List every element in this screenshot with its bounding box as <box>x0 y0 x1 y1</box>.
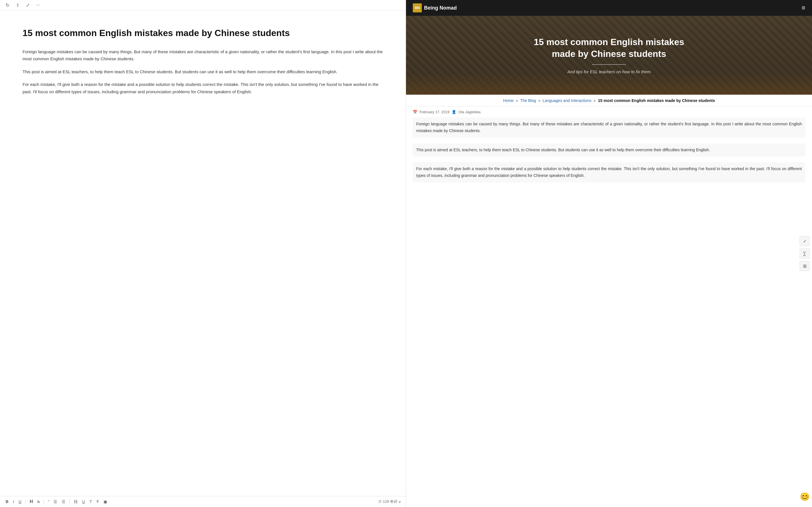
breadcrumb: Home » The Blog » Languages and Interact… <box>413 98 805 103</box>
code-button[interactable]: T <box>88 499 93 504</box>
hamburger-menu-icon[interactable]: ≡ <box>802 4 805 11</box>
side-icons-panel: ✓ ∑ ⊞ <box>797 234 812 273</box>
refresh-icon[interactable]: ↻ <box>4 2 10 8</box>
bold-button[interactable]: B <box>4 499 10 504</box>
heading2-button[interactable]: h <box>36 499 41 504</box>
hero-title: 15 most common English mistakes made by … <box>524 36 694 60</box>
floating-emoji[interactable]: 😊 <box>800 492 810 501</box>
editor-body[interactable]: Foreign language mistakes can be caused … <box>22 48 383 96</box>
heading1-button[interactable]: H <box>29 499 34 505</box>
breadcrumb-sep-1: » <box>516 98 518 103</box>
expand-icon[interactable]: ⤢ <box>25 2 31 8</box>
post-meta: 📅 February 17, 2019 👤 Ola Jagielska <box>406 107 812 117</box>
check-icon-button[interactable]: ✓ <box>800 236 810 246</box>
breadcrumb-bar: Home » The Blog » Languages and Interact… <box>406 95 812 107</box>
editor-title: 15 most common English mistakes made by … <box>22 27 383 39</box>
author-icon: 👤 <box>452 110 456 114</box>
breadcrumb-category[interactable]: Languages and Interactions <box>543 98 592 103</box>
pencils-decoration <box>406 72 812 95</box>
word-count-value: 129 单词 <box>383 499 397 504</box>
quote-button[interactable]: “ <box>47 499 50 504</box>
word-count-area: ⏱ 129 单词 ∨ <box>378 499 401 504</box>
breadcrumb-sep-2: » <box>538 98 541 103</box>
toolbar-divider-2 <box>44 499 44 504</box>
breadcrumb-blog[interactable]: The Blog <box>520 98 536 103</box>
post-content: Foreign language mistakes can be caused … <box>406 117 812 200</box>
editor-content[interactable]: 15 most common English mistakes made by … <box>0 10 406 496</box>
blog-preview-panel: BN Being Nomad ≡ 15 most common English … <box>406 0 812 507</box>
post-date: February 17, 2019 <box>419 110 449 114</box>
hero-section: 15 most common English mistakes made by … <box>406 16 812 95</box>
breadcrumb-home[interactable]: Home <box>503 98 513 103</box>
link-button[interactable]: ⛓ <box>72 499 79 504</box>
italic-button[interactable]: I <box>12 499 15 504</box>
word-count-chevron[interactable]: ∨ <box>398 500 401 504</box>
strikethrough-button[interactable]: T <box>95 499 100 504</box>
ol-button[interactable]: ☰ <box>61 499 66 504</box>
share-icon[interactable]: ⇧ <box>15 2 20 8</box>
blog-paragraph-1: Foreign language mistakes can be caused … <box>413 117 805 138</box>
hero-subtitle: And tips for ESL teachers on how to fix … <box>567 69 651 74</box>
blog-nav: BN Being Nomad ≡ <box>406 0 812 16</box>
underline2-button[interactable]: U <box>81 499 86 504</box>
editor-toolbar-bottom: B I U H h “ ☰ ☰ ⛓ U T T ▣ ⏱ 129 单词 ∨ <box>0 496 406 507</box>
logo-icon: BN <box>413 3 422 12</box>
more-icon[interactable]: ··· <box>35 2 41 8</box>
ul-button[interactable]: ☰ <box>52 499 58 504</box>
editor-paragraph-1: Foreign language mistakes can be caused … <box>22 48 383 62</box>
blog-paragraph-3: For each mistake, I'll give both a reaso… <box>413 162 805 182</box>
editor-paragraph-2: This post is aimed at ESL teachers, to h… <box>22 68 383 75</box>
formula-icon-button[interactable]: ∑ <box>800 248 810 259</box>
editor-panel: ↻ ⇧ ⤢ ··· 15 most common English mistake… <box>0 0 406 507</box>
breadcrumb-sep-3: » <box>594 98 596 103</box>
editor-paragraph-3: For each mistake, I'll give both a reaso… <box>22 81 383 95</box>
logo-text: Being Nomad <box>424 5 457 11</box>
image-button[interactable]: ▣ <box>102 499 108 504</box>
clock-icon: ⏱ <box>378 500 382 504</box>
editor-toolbar-top: ↻ ⇧ ⤢ ··· <box>0 0 406 10</box>
blog-logo: BN Being Nomad <box>413 3 457 12</box>
calendar-icon: 📅 <box>413 110 417 114</box>
layers-icon-button[interactable]: ⊞ <box>800 261 810 271</box>
toolbar-divider-3 <box>69 499 70 504</box>
blog-paragraph-2: This post is aimed at ESL teachers, to h… <box>413 144 805 157</box>
underline-button[interactable]: U <box>17 499 22 504</box>
post-author: Ola Jagielska <box>458 110 480 114</box>
breadcrumb-current: 15 most common English mistakes made by … <box>598 98 715 103</box>
hero-divider <box>592 64 626 65</box>
